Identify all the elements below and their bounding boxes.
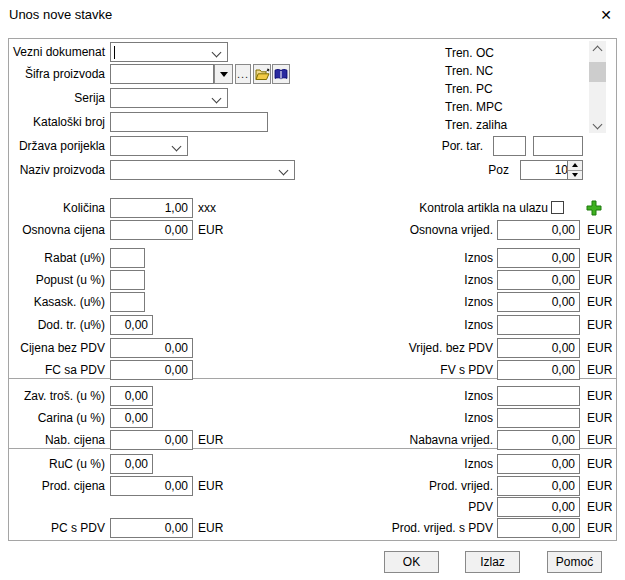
osnovna-cijena-input[interactable] [110,220,193,240]
eur-suffix: EUR [198,430,223,450]
form-row: Carina (u %) Iznos EUR [0,408,625,428]
kontrola-label: Kontrola artikla na ulazu [348,198,548,218]
eur-suffix: EUR [587,518,612,538]
por-tar-input-2[interactable] [533,136,583,156]
iznos-input-6[interactable] [497,408,580,428]
vrijed-bez-pdv-input[interactable] [497,338,580,358]
kolicina-unit: xxx [198,198,216,218]
eur-suffix: EUR [587,248,612,268]
form-row: PDV EUR [0,497,625,517]
iznos-input-5[interactable] [497,386,580,406]
form-row: Količina xxx Kontrola artikla na ulazu [0,198,625,218]
tren-list-item: Tren. zaliha [445,116,507,134]
popust-input[interactable] [110,270,145,290]
dod-tr-input[interactable] [110,315,153,335]
chevron-down-icon [279,166,289,176]
iznos-label: Iznos [330,386,493,406]
fc-sa-pdv-input[interactable] [110,360,193,380]
carina-label: Carina (u %) [10,408,105,428]
iznos-input-1[interactable] [497,248,580,268]
pc-s-pdv-input[interactable] [110,518,193,538]
form-row: Država porijekla Por. tar. [0,136,625,156]
chevron-down-icon [172,142,182,152]
vezni-dokumenat-select[interactable] [110,42,228,62]
por-tar-input-1[interactable] [493,136,526,156]
eur-suffix: EUR [587,454,612,474]
catalog-button[interactable] [272,64,290,84]
dod-tr-label: Dod. tr. (u%) [10,315,105,335]
open-product-button[interactable] [253,64,271,84]
serija-select[interactable] [110,88,228,108]
eur-suffix: EUR [587,476,612,496]
ellipsis-icon: ... [237,70,249,78]
poz-label: Poz [440,160,509,180]
close-icon[interactable]: ✕ [596,5,616,25]
prod-cijena-input[interactable] [110,476,193,496]
iznos-input-4[interactable] [497,315,580,335]
eur-suffix: EUR [587,220,612,240]
sifra-proizvoda-input[interactable] [110,64,214,84]
scroll-thumb[interactable] [589,62,606,82]
book-icon [274,68,288,80]
nabavna-vrijed-input[interactable] [497,430,580,450]
pomoc-button[interactable]: Pomoć [547,551,602,573]
spinner-down-button[interactable] [568,171,582,180]
sifra-proizvoda-label: Šifra proizvoda [10,64,105,84]
carina-input[interactable] [110,408,153,428]
tren-list-item: Tren. MPC [445,98,503,116]
pdv-label: PDV [330,497,493,517]
chevron-down-icon [593,119,603,129]
naziv-proizvoda-select[interactable] [110,160,295,180]
fv-s-pdv-input[interactable] [497,360,580,380]
prod-vrijed-s-pdv-input[interactable] [497,518,580,538]
triangle-up-icon [572,163,578,167]
kontrola-checkbox[interactable] [551,201,564,214]
kolicina-input[interactable] [110,198,193,218]
prod-vrijed-label: Prod. vrijed. [330,476,493,496]
scroll-down-button[interactable] [589,118,606,133]
triangle-down-icon [572,173,578,177]
form-row: Nab. cijena EUR Nabavna vrijed. EUR [0,430,625,450]
form-row: Cijena bez PDV Vrijed. bez PDV EUR [0,338,625,358]
add-icon[interactable] [586,200,602,216]
por-tar-label: Por. tar. [400,136,483,156]
kasask-label: Kasask. (u%) [10,292,105,312]
tren-list-item: Tren. NC [445,62,493,80]
iznos-input-2[interactable] [497,270,580,290]
prod-cijena-label: Prod. cijena [10,476,105,496]
scroll-up-button[interactable] [589,41,606,56]
iznos-input-3[interactable] [497,292,580,312]
zav-tros-input[interactable] [110,386,153,406]
vertical-scrollbar[interactable] [589,41,606,133]
ok-button[interactable]: OK [384,551,439,573]
poz-input[interactable] [521,161,570,179]
spinner-buttons [567,161,582,179]
rabat-input[interactable] [110,248,145,268]
iznos-input-7[interactable] [497,454,580,474]
drzava-porijekla-select[interactable] [110,136,188,156]
iznos-label: Iznos [330,454,493,474]
prod-vrijed-input[interactable] [497,476,580,496]
form-row: Prod. cijena EUR Prod. vrijed. EUR [0,476,625,496]
eur-suffix: EUR [587,270,612,290]
sifra-dropdown-button[interactable] [214,64,233,84]
pdv-input[interactable] [497,497,580,517]
prod-vrijed-s-pdv-label: Prod. vrijed. s PDV [330,518,493,538]
form-row: Serija [0,88,625,108]
osnovna-vrijed-input[interactable] [497,220,580,240]
cijena-bez-pdv-input[interactable] [110,338,193,358]
spinner-up-button[interactable] [568,161,582,171]
iznos-label: Iznos [330,315,493,335]
nab-cijena-input[interactable] [110,430,193,450]
kataloski-broj-input[interactable] [110,112,268,132]
open-folder-icon [255,68,270,81]
ruc-input[interactable] [110,454,153,474]
izlaz-button[interactable]: Izlaz [465,551,520,573]
eur-suffix: EUR [587,430,612,450]
kasask-input[interactable] [110,292,145,312]
browse-button[interactable]: ... [235,64,251,84]
form-row: Vezni dokumenat [0,42,625,62]
form-row: Naziv proizvoda Poz [0,160,625,180]
form-row: RuC (u %) Iznos EUR [0,454,625,474]
form-row: PC s PDV EUR Prod. vrijed. s PDV EUR [0,518,625,538]
